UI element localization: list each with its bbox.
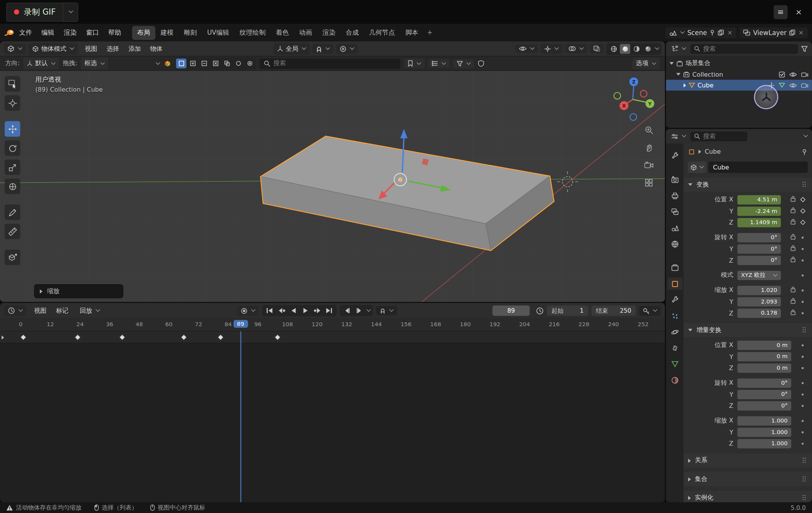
location-y-field[interactable]: -2.24 m [737,206,781,216]
delta-rotation-z-field[interactable]: 0° [737,401,791,410]
xray-toggle[interactable] [590,44,604,53]
rotation-z-field[interactable]: 0° [737,255,781,265]
proportional-edit-button[interactable] [336,44,357,54]
animate-dot-button[interactable] [799,431,806,433]
axis-z-neg-ball[interactable] [630,114,636,120]
workspace-tab[interactable]: 布局 [132,26,155,40]
play-reverse-button[interactable] [288,306,299,315]
timeline-menu[interactable]: 标记 [51,304,73,317]
unlink-scene-icon[interactable]: × [727,29,733,36]
workspace-tab[interactable]: 合成 [341,26,364,40]
chevron-down-icon[interactable] [804,133,808,137]
record-gif-dropdown[interactable] [63,2,78,22]
viewport-menu[interactable]: 视图 [80,42,102,55]
delta-scale-z-field[interactable]: 1.000 [737,439,791,448]
visibility-dropdown[interactable] [515,45,538,53]
animate-dot-button[interactable] [799,344,806,346]
measure-tool[interactable] [5,224,20,239]
viewport-menu[interactable]: 选择 [102,42,124,55]
rotation-y-field[interactable]: 0° [737,244,781,253]
shield-icon[interactable] [478,60,484,67]
filter-dropdown[interactable] [453,59,474,68]
titlebar-close-button[interactable]: × [792,5,805,19]
workspace-tab[interactable]: 渲染 [317,26,341,40]
properties-tab-modifiers[interactable] [667,293,682,306]
pin-icon[interactable] [710,30,715,36]
outliner-editor-type-button[interactable] [670,44,687,54]
end-frame-field[interactable]: 结束 250 [591,305,636,316]
collapsed-section-header[interactable]: 实例化 [683,491,812,502]
current-frame-line[interactable] [240,331,241,502]
menubar-menu[interactable]: 编辑 [37,26,59,39]
keyframe-diamond[interactable] [274,334,281,340]
workspace-tab[interactable]: 脚本 [400,26,423,40]
select-mode-invert-button[interactable] [210,59,221,69]
outliner-row-scene-collection[interactable]: 场景集合 [666,58,812,69]
lock-icon[interactable] [790,218,796,226]
move-tool[interactable] [5,121,20,137]
properties-tab-data[interactable] [667,358,682,370]
axis-x-neg-ball[interactable] [640,91,647,97]
workspace-tab[interactable]: 动画 [294,26,317,40]
properties-tab-collection[interactable] [667,262,682,274]
pin-icon[interactable] [802,148,807,155]
properties-tab-constraints[interactable] [667,342,682,354]
properties-tab-material[interactable] [667,374,682,386]
rotation-mode-dropdown[interactable]: XYZ 欧拉 [737,270,781,280]
pan-button[interactable] [643,141,655,154]
current-frame-pill[interactable]: 89 [233,320,248,328]
annotate-tool[interactable] [5,205,20,220]
outliner-row-cube[interactable]: Cube [666,80,812,91]
lock-icon[interactable] [790,245,796,253]
shading-solid-button[interactable] [620,44,630,54]
frame-back-button[interactable] [342,306,352,315]
tool-presets-chevron[interactable] [156,60,160,64]
viewport-3d[interactable]: Z Y X 用户透视 (89) Collection [0,71,665,302]
keyframe-diamond[interactable] [119,334,125,340]
lock-icon[interactable] [790,256,796,264]
keyframe-diamond[interactable] [180,334,187,340]
timeline-ruler[interactable]: 89 0122436486072849610812013214415616818… [0,319,665,332]
direction-dropdown[interactable]: 默认 [23,57,59,69]
animate-dot-button[interactable] [799,248,806,250]
animate-dot-button[interactable] [799,393,806,395]
properties-tab-physics[interactable] [667,326,682,338]
delta-rotation-x-field[interactable]: 0° [737,378,791,387]
auto-key-button[interactable] [237,306,259,316]
keyframe-diamond[interactable] [74,334,81,340]
select-box-tool[interactable] [5,76,20,92]
record-gif-button[interactable]: 录制 GIF [6,2,63,22]
animate-dot-button[interactable] [799,259,806,261]
collapsed-section-header[interactable]: 关系 [683,454,812,468]
jump-to-start-button[interactable] [264,306,275,315]
scale-y-field[interactable]: 2.093 [737,297,781,306]
animate-dot-button[interactable] [799,443,806,444]
bookmark-dropdown[interactable] [404,59,425,69]
frame-forward-button[interactable] [354,306,364,315]
shading-wireframe-button[interactable] [609,44,619,54]
lock-icon[interactable] [790,309,796,317]
zoom-button[interactable] [643,124,655,136]
list-dropdown[interactable] [428,59,450,68]
workspace-tab[interactable]: 雕刻 [179,26,202,40]
drag-dots-icon[interactable] [803,458,807,463]
axis-y-neg-ball[interactable] [614,92,621,99]
checkbox-icon[interactable] [779,71,785,77]
drag-dots-icon[interactable] [803,182,807,188]
delta-scale-y-field[interactable]: 1.000 [737,428,791,437]
keying-set-dropdown[interactable] [639,306,661,316]
select-mode-extend-button[interactable] [188,59,198,69]
menubar-menu[interactable]: 渲染 [59,26,81,39]
collapse-icon[interactable] [669,62,674,65]
timeline-menu[interactable]: 视图 [30,304,51,317]
workspace-tab[interactable]: + [423,26,436,40]
delta-rotation-y-field[interactable]: 0° [737,390,791,399]
properties-tab-viewlayer[interactable] [667,206,682,218]
eye-icon[interactable] [789,72,797,77]
properties-tab-render[interactable] [667,173,682,186]
animate-dot-button[interactable] [799,355,806,357]
drag-dots-icon[interactable] [803,327,807,333]
prev-keyframe-button[interactable] [276,306,287,315]
operator-panel[interactable]: 缩放 [34,284,123,298]
eye-icon[interactable] [789,82,797,87]
